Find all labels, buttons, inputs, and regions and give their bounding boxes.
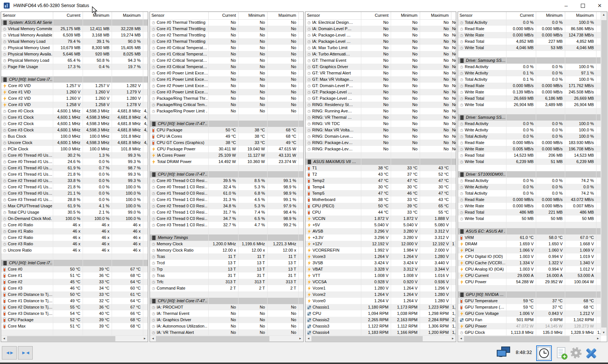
sensor-group-row[interactable]: Memory Timings <box>150 234 303 241</box>
column-header-maximum[interactable]: Maximum <box>565 12 596 19</box>
remote-monitoring-icon[interactable] <box>496 347 511 359</box>
maximize-button[interactable] <box>575 0 591 11</box>
sensor-row[interactable]: Physical Memory Availa…5,646 MB920 MB8,0… <box>1 51 148 57</box>
sensor-row[interactable]: Read Rate0.000 MB/s0.000 MB/s86.586 MB/s <box>458 26 601 32</box>
scrollbar-thumb[interactable] <box>156 336 269 341</box>
scroll-left-arrow-icon[interactable]: ◄ <box>458 336 464 341</box>
sensor-row[interactable]: Core #3 VID1.258 V1.258 V1.278 V <box>1 102 148 108</box>
sensor-row[interactable]: Core Max51 °C39 °C68 °C <box>1 323 148 329</box>
sensor-row[interactable]: Uncore Ratio46 x46 x46 x <box>1 247 148 253</box>
column-header-current[interactable]: Current <box>361 12 391 19</box>
sensor-row[interactable]: RING: Package-Lev…NoNoNoNo <box>305 146 456 152</box>
sensor-row[interactable]: CPU Package52 °C39 °C68 °C <box>1 317 148 323</box>
sensor-row[interactable]: Core #2 VID1.260 V1.260 V1.280 V <box>1 95 148 102</box>
scrollbar-thumb[interactable] <box>464 336 570 341</box>
sensor-row[interactable]: Read Total4,852 MB227 MB4,852 MB <box>458 38 601 45</box>
sensor-row[interactable]: Vcore11.280 V1.264 V1.296 V <box>305 285 456 291</box>
sensor-row[interactable]: GPU Power47.072 W14.145 W128.273 W <box>458 323 601 329</box>
sensor-row[interactable]: Core #1 Clock4,600.1 MHz4,598.3 MHz4,681… <box>1 114 148 121</box>
sensor-row[interactable]: CPU44 °C33 °C55 °C <box>305 209 456 215</box>
logging-report-button[interactable] <box>555 347 568 360</box>
column-header-maximum[interactable]: Maximum <box>268 12 299 19</box>
sensor-row[interactable]: Page File Usage17.3 %0.4 %19.7 % <box>1 64 148 70</box>
sensor-row[interactable]: VTT1.008 V1.008 V1.016 V <box>305 272 456 279</box>
sensor-row[interactable]: Package/Ring Thermal Thr…NoNoNo <box>150 95 303 102</box>
sensor-row[interactable]: Core #2 Critical Temperat…NoNoNo <box>150 57 303 64</box>
sensor-row[interactable]: Core #2 Distance to Tj…55 °C36 °C67 °C <box>1 304 148 310</box>
sensor-row[interactable]: Core #1 Thread #0 Us…61.9 %0.7 %98.7 % <box>1 165 148 171</box>
sensor-row[interactable]: RING: Domain-Leve…NoNoNoNo <box>305 133 456 140</box>
sensor-row[interactable]: Tcas11 T11 T11 T <box>150 253 303 260</box>
sensor-row[interactable]: Temp430 °C30 °C30 °C <box>305 184 456 190</box>
titlebar[interactable]: HWiNFO64 v5.60-3280 Sensor Status – × <box>0 0 608 11</box>
sensor-row[interactable]: GT: VR Thermal AlertNoNoNoNo <box>305 70 456 76</box>
sensor-row[interactable]: Write Total26,904 MB3,489 MB26,904 MB <box>458 102 601 108</box>
sensor-row[interactable]: CPU Digital IO (IOD)1.003 V0.994 V1.019 … <box>458 253 601 260</box>
sensor-group-row[interactable]: Drive: ST1000DM00… <box>458 171 601 178</box>
sensor-row[interactable]: Core #1 Distance to Tj…49 °C32 °C64 °C <box>1 298 148 304</box>
sensor-row[interactable]: Core #1 Power Limit Exce…NoNoNo <box>150 76 303 83</box>
sensor-row[interactable]: Write Rate0.000 MB/s0.000 MB/s0.007 MB/s <box>458 203 601 209</box>
sensor-row[interactable]: Core #0 Thread 0 C0 Resi…39.5 %8.5 %99.1… <box>150 178 303 184</box>
sensor-row[interactable]: IA Cores Power25.109 W11.127 W43.131 W <box>150 152 303 159</box>
sensor-row[interactable]: Max CPU/Thread Usage61.9 %4.1 %100.0 % <box>1 203 148 209</box>
sensor-row[interactable]: Read Rate0.000 MB/s0.000 MB/s171.762 MB/… <box>458 83 601 89</box>
column-header-current[interactable]: Current <box>53 12 83 19</box>
sensor-row[interactable]: IA: Max Turbo LimitNoNoNoNo <box>305 45 456 51</box>
sensor-row[interactable]: Read Activity0.0 %0.0 %74.2 % <box>458 178 601 184</box>
expand-columns-button[interactable]: ◄► <box>2 346 17 360</box>
horizontal-scrollbar[interactable]: ◄ ► <box>150 335 303 342</box>
column-header-minimum[interactable]: Minimum <box>536 12 565 19</box>
sensor-list[interactable]: Core #0 Thermal ThrottlingNoNoNoCore #1 … <box>150 19 303 336</box>
column-header-minimum[interactable]: Minimum <box>391 12 420 19</box>
sensor-row[interactable]: Chassis41,183 RPM1,166 RPM1,200 RPM1, <box>305 329 456 336</box>
vertical-scrollbar[interactable]: ▲ ▼ <box>601 12 607 336</box>
sensor-row[interactable]: T243 °C37 °C52 °C <box>305 171 456 178</box>
sensor-row[interactable]: Core #0 Thread 1 C0 Resi…32.4 %5.3 %98.9… <box>150 184 303 190</box>
sensor-row[interactable]: Total Activity0.0 %0.0 %100.0 % <box>458 133 601 140</box>
sensor-row[interactable]: Chassis22,265 RPM2,163 RPM2,284 RPM2, <box>305 317 456 323</box>
sensor-row[interactable]: RING: Max VR Volta…NoNoNoNo <box>305 127 456 133</box>
sensor-row[interactable]: Core #3 Clock4,600.1 MHz4,598.3 MHz4,681… <box>1 127 148 133</box>
sensor-row[interactable]: Temp247 °C47 °C47 °C <box>305 178 456 184</box>
sensor-row[interactable]: RING: Residency St…NoNoNoNo <box>305 102 456 108</box>
sensor-row[interactable]: Total Activity0.1 %0.0 %100.0 % <box>458 76 601 83</box>
sensor-row[interactable]: Core #3 Power Limit Exce…NoNoNo <box>150 89 303 95</box>
scroll-left-arrow-icon[interactable]: ◄ <box>150 336 156 341</box>
sensor-row[interactable]: Core #0 Distance to Tj…50 °C33 °C61 °C <box>1 291 148 298</box>
sensor-row[interactable]: Core #3 Thermal ThrottlingNoNoNo <box>150 38 303 45</box>
sensor-row[interactable]: Uncore Clock4,600.1 MHz4,598.3 MHz4,681.… <box>1 140 148 146</box>
sensor-group-row[interactable]: Drive: Samsung SS… <box>458 57 601 64</box>
sensor-row[interactable]: Total Activity0.0 %0.0 %100.0 % <box>458 19 601 26</box>
sensor-row[interactable]: Tras31 T31 T31 T <box>150 272 303 279</box>
scroll-left-arrow-icon[interactable]: ◄ <box>305 336 311 341</box>
sensor-list[interactable]: System: ASUS All SeriesVirtual Memory Co… <box>1 19 148 336</box>
sensor-row[interactable]: Core #2 Thread #0 Us…33.8 %0.0 %99.3 % <box>1 178 148 184</box>
column-header-sensor[interactable]: Sensor <box>1 12 53 19</box>
sensor-row[interactable]: Write Rate0.139 MB/s0.000 MB/s245.508 MB… <box>458 89 601 95</box>
sensor-row[interactable]: Write Total6,239 MB51 MB6,239 MB <box>458 159 601 165</box>
sensor-row[interactable]: Chassis11,180 RPM1,173 RPM1,223 RPM1, <box>305 304 456 310</box>
sensor-row[interactable]: Core #3 Critical Temperat…NoNoNo <box>150 64 303 70</box>
scroll-up-arrow-icon[interactable]: ▲ <box>601 12 607 18</box>
scroll-down-arrow-icon[interactable]: ▼ <box>601 330 607 336</box>
sensor-list[interactable]: IA: Electrical Design…NoNoNoNoIA: Domain… <box>305 19 456 336</box>
sensor-row[interactable]: VCOREREFIN1.992 V1.984 V2.000 V <box>305 247 456 253</box>
sensor-row[interactable]: VCCIN1.872 V1.872 V1.888 V <box>305 215 456 222</box>
column-header-minimum[interactable]: Minimum <box>83 12 112 19</box>
sensor-row[interactable]: IA: VR Thermal AlertNoNoNo <box>150 329 303 336</box>
sensor-row[interactable]: IA: Autonomous Utilization…NoNoNo <box>150 323 303 329</box>
sensor-row[interactable]: RING: VR Thermal …NoNoNoNo <box>305 114 456 121</box>
sensor-row[interactable]: CPU IA Cores49 °C38 °C68 °C <box>150 133 303 140</box>
sensor-row[interactable]: AVSB3.296 V3.280 V3.312 V <box>305 228 456 234</box>
sensor-row[interactable]: Read Rate0.000 MB/s0.000 MB/s183.930 MB/… <box>458 140 601 146</box>
sensor-row[interactable]: Core #151 °C36 °C68 °C <box>1 272 148 279</box>
sensor-row[interactable]: Core #0 Thermal ThrottlingNoNoNo <box>150 19 303 26</box>
sensor-row[interactable]: GPU Fan501 RPM0 RPM1,162 RPM <box>458 317 601 323</box>
column-header-current[interactable]: Current <box>209 12 239 19</box>
sensor-row[interactable]: Core #1 Thermal ThrottlingNoNoNo <box>150 26 303 32</box>
column-header-maximum[interactable]: Maximum <box>420 12 451 19</box>
horizontal-scrollbar[interactable]: ◄ ► <box>1 335 148 342</box>
sensor-row[interactable]: Core #1 Thread 0 C0 Resi…61.0 %6.8 %98.9… <box>150 190 303 197</box>
sensor-row[interactable]: Package/Ring Power Limit …NoNoNo <box>150 108 303 114</box>
